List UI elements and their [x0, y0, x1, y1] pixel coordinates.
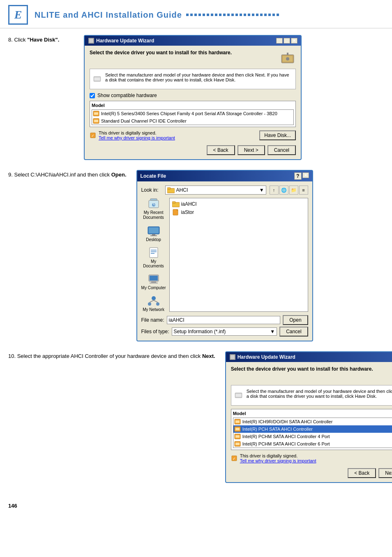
svg-line-36: [150, 300, 154, 302]
svg-rect-49: [235, 394, 241, 397]
svg-rect-51: [235, 420, 240, 423]
svg-rect-15: [167, 188, 171, 189]
step-8-label: 8. Click "Have Disk".: [8, 35, 74, 43]
have-disk-button[interactable]: Have Disk...: [259, 130, 296, 140]
step-10-label: 10. Select the appropriate AHCI Controll…: [8, 351, 215, 359]
page-number: 146: [0, 499, 392, 512]
model-item-10-0[interactable]: Intel(R) ICH9R/DO/DH SATA AHCI Controlle…: [233, 418, 392, 425]
svg-line-37: [154, 300, 158, 302]
next-button-10[interactable]: Next >: [378, 468, 392, 478]
search-web-btn[interactable]: 🌐: [279, 186, 288, 195]
next-button[interactable]: Next >: [238, 145, 265, 155]
svg-rect-43: [231, 355, 235, 359]
cancel-button-9[interactable]: Cancel: [279, 327, 308, 337]
file-sidebar: My Recent Documents Desktop: [141, 198, 166, 312]
device-icon-10-1: [234, 426, 241, 432]
look-in-dropdown[interactable]: AHCI ▼: [165, 186, 266, 195]
model-item-1[interactable]: Standard Dual Channel PCI IDE Controller: [92, 117, 293, 125]
device-icon-10-3: [234, 441, 241, 447]
files-of-type-label: Files of type:: [141, 329, 169, 334]
dialog-10-titlebar: Hardware Update Wizard _ □ ✕: [226, 352, 392, 362]
page-header: E NLITE and AHCI Installation Guide: [0, 0, 392, 28]
svg-rect-5: [287, 53, 288, 55]
step-8-row: 8. Click "Have Disk". Hardware Update Wi…: [8, 35, 384, 160]
sidebar-documents[interactable]: My Documents: [141, 247, 166, 268]
driver-link-10[interactable]: Tell me why driver signing is important: [240, 458, 316, 463]
sidebar-recent[interactable]: My Recent Documents: [141, 198, 166, 220]
step-10-row: 10. Select the appropriate AHCI Controll…: [8, 351, 384, 483]
wizard-icon: [88, 37, 95, 44]
dialog-8-footer: ✓ This driver is digitally signed. Tell …: [90, 130, 296, 140]
svg-point-4: [286, 57, 289, 60]
dialog-8-checkbox-row[interactable]: Show compatible hardware: [90, 93, 296, 98]
file-item-iaAHCI[interactable]: iaAHCI: [171, 200, 306, 208]
documents-icon: [147, 247, 160, 258]
dialog-10-footer: ✓ This driver is digitally signed. Tell …: [231, 453, 392, 463]
device-icon-10-2: [234, 433, 241, 440]
new-folder-btn[interactable]: 📁: [289, 186, 298, 195]
svg-rect-22: [149, 227, 159, 233]
wizard-icon-10: [229, 354, 236, 360]
svg-rect-57: [235, 443, 240, 445]
dialog-10-top-text: Select the device driver you want to ins…: [231, 366, 392, 372]
close-btn[interactable]: ✕: [291, 38, 297, 44]
signed-icon: ✓: [90, 132, 96, 139]
svg-text:✓: ✓: [233, 457, 236, 461]
svg-rect-53: [235, 428, 240, 430]
svg-rect-9: [94, 112, 98, 115]
svg-rect-55: [235, 435, 240, 438]
sidebar-computer[interactable]: My Computer: [141, 273, 166, 290]
dialog-8-titlebar: Hardware Update Wizard _ □ ✕: [85, 36, 301, 46]
locate-titlebar: Locate File ? ✕: [137, 171, 312, 181]
step-9-label: 9. Select C:\AHCI\iaAHCI.inf and then cl…: [8, 170, 127, 178]
file-type-dropdown[interactable]: Setup Information (*.inf) ▼: [172, 327, 277, 336]
dialog-10-info-row: Select the manufacturer and model of you…: [231, 385, 392, 406]
driver-link[interactable]: Tell me why driver signing is important: [99, 135, 175, 140]
svg-rect-24: [150, 235, 157, 236]
compatible-hardware-checkbox[interactable]: [90, 93, 95, 98]
minimize-btn[interactable]: _: [276, 38, 283, 44]
close-btn-9[interactable]: ✕: [302, 172, 309, 178]
model-item-10-3[interactable]: Intel(R) PCHM SATA AHCI Controller 6 Por…: [233, 440, 392, 448]
maximize-btn[interactable]: □: [284, 38, 290, 44]
sidebar-network[interactable]: My Network: [143, 295, 164, 312]
svg-point-33: [152, 296, 156, 300]
folder-small-icon: [172, 201, 180, 207]
back-button[interactable]: < Back: [207, 145, 235, 155]
file-item-iaStor[interactable]: iaStor: [171, 208, 306, 216]
main-content: 8. Click "Have Disk". Hardware Update Wi…: [0, 35, 392, 483]
step-9-row: 9. Select C:\AHCI\iaAHCI.inf and then cl…: [8, 170, 384, 341]
svg-point-35: [156, 302, 159, 306]
device-icon-2: [93, 118, 99, 124]
back-button-10[interactable]: < Back: [348, 468, 376, 478]
help-button[interactable]: ?: [294, 172, 302, 180]
file-name-label: File name:: [141, 317, 164, 323]
hardware-icon: [279, 51, 296, 67]
svg-rect-7: [94, 77, 100, 80]
file-area: iaAHCI iaStor: [169, 198, 308, 312]
up-folder-btn[interactable]: ↑: [270, 186, 279, 195]
dialog-8-buttons: < Back Next > Cancel: [90, 145, 296, 155]
network-icon: [147, 295, 160, 306]
cancel-button[interactable]: Cancel: [267, 145, 296, 155]
signed-icon-10: ✓: [231, 455, 238, 462]
file-name-input[interactable]: [167, 316, 281, 324]
locate-toolbar: Look in: AHCI ▼ ↑ 🌐: [141, 186, 308, 195]
svg-rect-1: [89, 39, 93, 43]
disk-icon: [93, 72, 101, 86]
dialog-8-model-list: Intel(R) 5 Series/3400 Series Chipset Fa…: [92, 109, 294, 125]
disk-icon-10: [235, 389, 242, 402]
step-10-dialog: Hardware Update Wizard _ □ ✕ Select the …: [225, 351, 392, 483]
model-item-10-2[interactable]: Intel(R) PCHM SATA AHCI Controller 4 Por…: [233, 433, 392, 440]
view-menu-btn[interactable]: ≡: [299, 186, 308, 195]
step-9-dialog: Locate File ? ✕ Look in:: [136, 170, 313, 341]
svg-point-34: [148, 302, 151, 306]
model-item-0[interactable]: Intel(R) 5 Series/3400 Series Chipset Fa…: [92, 110, 293, 117]
sidebar-desktop[interactable]: Desktop: [146, 225, 161, 242]
driver-signed-row-10: ✓ This driver is digitally signed. Tell …: [231, 453, 316, 463]
model-item-10-1[interactable]: Intel(R) PCH SATA AHCI Controller: [233, 425, 392, 433]
svg-rect-25: [150, 248, 158, 258]
recent-icon: [147, 198, 160, 209]
svg-rect-23: [152, 234, 155, 235]
open-button[interactable]: Open: [283, 315, 308, 325]
